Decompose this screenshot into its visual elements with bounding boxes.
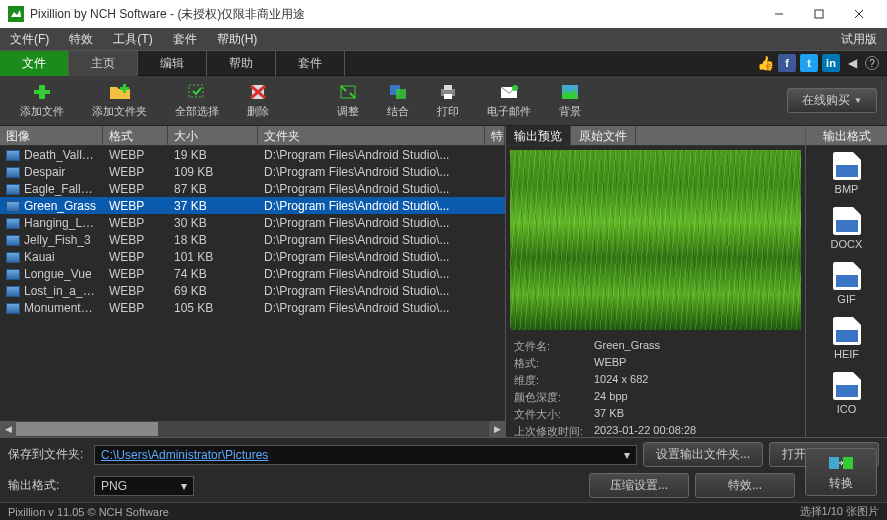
image-icon xyxy=(6,269,20,280)
table-row[interactable]: DespairWEBP109 KBD:\Program Files\Androi… xyxy=(0,163,505,180)
meta-format-value: WEBP xyxy=(594,356,626,371)
menu-tools[interactable]: 工具(T) xyxy=(103,28,162,51)
file-type-icon xyxy=(833,317,861,345)
add-folder-button[interactable]: 添加文件夹 xyxy=(78,79,161,122)
status-selection: 选择1/10 张图片 xyxy=(800,504,879,519)
svg-rect-6 xyxy=(34,90,50,94)
table-row[interactable]: Green_GrassWEBP37 KBD:\Program Files\And… xyxy=(0,197,505,214)
app-icon xyxy=(8,6,24,22)
delete-button[interactable]: 删除 xyxy=(233,79,283,122)
image-icon xyxy=(6,201,20,212)
plus-icon xyxy=(31,82,53,102)
menu-effects[interactable]: 特效 xyxy=(59,28,103,51)
formats-header: 输出格式 xyxy=(806,126,887,146)
meta-filename-label: 文件名: xyxy=(514,339,594,354)
menu-suite[interactable]: 套件 xyxy=(163,28,207,51)
file-type-icon xyxy=(833,207,861,235)
format-item[interactable]: ICO xyxy=(806,366,887,421)
svg-point-20 xyxy=(512,85,518,91)
table-row[interactable]: Death_Valley_...WEBP19 KBD:\Program File… xyxy=(0,146,505,163)
output-format-select[interactable]: PNG ▾ xyxy=(94,476,194,496)
background-button[interactable]: 背景 xyxy=(545,79,595,122)
table-row[interactable]: Jelly_Fish_3WEBP18 KBD:\Program Files\An… xyxy=(0,231,505,248)
delete-icon xyxy=(247,82,269,102)
image-icon xyxy=(6,184,20,195)
thumbs-up-icon[interactable]: 👍 xyxy=(757,55,774,71)
linkedin-icon[interactable]: in xyxy=(822,54,840,72)
meta-dims-value: 1024 x 682 xyxy=(594,373,648,388)
chevron-left-icon[interactable]: ◀ xyxy=(844,56,861,70)
set-output-folder-button[interactable]: 设置输出文件夹... xyxy=(643,442,763,467)
minimize-button[interactable] xyxy=(759,0,799,28)
file-type-icon xyxy=(833,372,861,400)
image-icon xyxy=(6,252,20,263)
buy-button[interactable]: 在线购买 ▼ xyxy=(787,88,877,113)
horizontal-scrollbar[interactable]: ◀ ▶ xyxy=(0,421,505,437)
th-image[interactable]: 图像 xyxy=(0,126,103,145)
table-row[interactable]: Eagle_Fall_Su...WEBP87 KBD:\Program File… xyxy=(0,180,505,197)
image-icon xyxy=(6,235,20,246)
help-icon[interactable]: ? xyxy=(865,56,879,70)
close-button[interactable] xyxy=(839,0,879,28)
scroll-thumb[interactable] xyxy=(16,422,158,436)
tab-output-preview[interactable]: 输出预览 xyxy=(506,126,571,145)
facebook-icon[interactable]: f xyxy=(778,54,796,72)
formats-list[interactable]: BMPDOCXGIFHEIFICO xyxy=(806,146,887,437)
save-to-label: 保存到文件夹: xyxy=(8,446,88,463)
meta-dims-label: 维度: xyxy=(514,373,594,388)
add-file-button[interactable]: 添加文件 xyxy=(6,79,78,122)
print-button[interactable]: 打印 xyxy=(423,79,473,122)
menubar: 文件(F) 特效 工具(T) 套件 帮助(H) 试用版 xyxy=(0,28,887,50)
th-format[interactable]: 格式 xyxy=(103,126,168,145)
convert-button[interactable]: 转换 xyxy=(805,448,877,496)
tab-edit[interactable]: 编辑 xyxy=(138,51,207,76)
menu-file[interactable]: 文件(F) xyxy=(0,28,59,51)
file-list[interactable]: Death_Valley_...WEBP19 KBD:\Program File… xyxy=(0,146,505,421)
svg-rect-2 xyxy=(815,10,823,18)
table-row[interactable]: Hanging_LeafWEBP30 KBD:\Program Files\An… xyxy=(0,214,505,231)
tab-file[interactable]: 文件 xyxy=(0,51,69,76)
window-title: Pixillion by NCH Software - (未授权)仅限非商业用途 xyxy=(30,6,759,23)
meta-fsize-value: 37 KB xyxy=(594,407,624,422)
th-size[interactable]: 大小 xyxy=(168,126,258,145)
th-folder[interactable]: 文件夹 xyxy=(258,126,485,145)
resize-icon xyxy=(337,82,359,102)
scroll-right-button[interactable]: ▶ xyxy=(489,421,505,437)
trial-label[interactable]: 试用版 xyxy=(831,28,887,51)
th-special[interactable]: 特 xyxy=(485,126,505,145)
format-item[interactable]: HEIF xyxy=(806,311,887,366)
status-bar: Pixillion v 11.05 © NCH Software 选择1/10 … xyxy=(0,502,887,520)
image-icon xyxy=(6,286,20,297)
titlebar: Pixillion by NCH Software - (未授权)仅限非商业用途 xyxy=(0,0,887,28)
maximize-button[interactable] xyxy=(799,0,839,28)
combine-button[interactable]: 结合 xyxy=(373,79,423,122)
format-item[interactable]: DOCX xyxy=(806,201,887,256)
folder-plus-icon xyxy=(109,82,131,102)
meta-fsize-label: 文件大小: xyxy=(514,407,594,422)
background-icon xyxy=(559,82,581,102)
effects-button[interactable]: 特效... xyxy=(695,473,795,498)
tab-home[interactable]: 主页 xyxy=(69,51,138,76)
email-button[interactable]: 电子邮件 xyxy=(473,79,545,122)
menu-help[interactable]: 帮助(H) xyxy=(207,28,268,51)
table-row[interactable]: Lost_in_a_FieldWEBP69 KBD:\Program Files… xyxy=(0,282,505,299)
status-version: Pixillion v 11.05 © NCH Software xyxy=(8,506,169,518)
compression-settings-button[interactable]: 压缩设置... xyxy=(589,473,689,498)
file-metadata: 文件名:Green_Grass 格式:WEBP 维度:1024 x 682 颜色… xyxy=(506,334,805,444)
adjust-button[interactable]: 调整 xyxy=(323,79,373,122)
chevron-down-icon[interactable]: ▾ xyxy=(624,448,630,462)
format-item[interactable]: GIF xyxy=(806,256,887,311)
tab-original-file[interactable]: 原始文件 xyxy=(571,126,636,145)
select-all-button[interactable]: 全部选择 xyxy=(161,79,233,122)
svg-rect-18 xyxy=(444,94,452,99)
table-row[interactable]: Monument_Va...WEBP105 KBD:\Program Files… xyxy=(0,299,505,316)
format-item[interactable]: BMP xyxy=(806,146,887,201)
table-row[interactable]: Longue_VueWEBP74 KBD:\Program Files\Andr… xyxy=(0,265,505,282)
table-row[interactable]: KauaiWEBP101 KBD:\Program Files\Android … xyxy=(0,248,505,265)
twitter-icon[interactable]: t xyxy=(800,54,818,72)
combine-icon xyxy=(387,82,409,102)
save-path-input[interactable]: C:\Users\Administrator\Pictures ▾ xyxy=(94,445,637,465)
scroll-left-button[interactable]: ◀ xyxy=(0,421,16,437)
tab-help[interactable]: 帮助 xyxy=(207,51,276,76)
tab-suite[interactable]: 套件 xyxy=(276,51,345,76)
